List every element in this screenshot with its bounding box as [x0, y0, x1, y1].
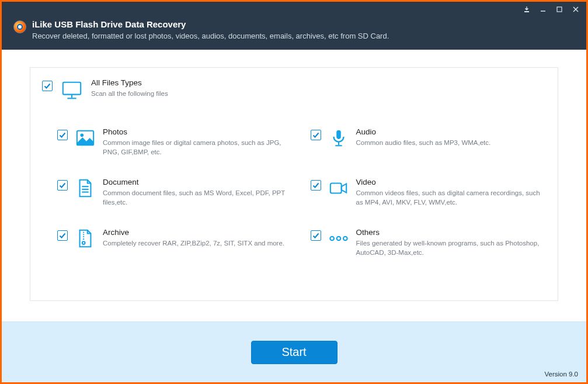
titlebar [2, 2, 586, 17]
others-desc: Files generated by well-known programs, … [356, 238, 547, 257]
item-others: Others Files generated by well-known pro… [311, 228, 547, 257]
checkbox-audio[interactable] [311, 130, 321, 140]
checkbox-archive[interactable] [57, 230, 68, 241]
item-photos: Photos Common image files or digital cam… [57, 127, 293, 157]
video-icon [328, 178, 349, 199]
checkbox-all-files[interactable] [42, 81, 53, 91]
window-controls [519, 4, 584, 15]
maximize-button[interactable] [551, 4, 568, 15]
photos-desc: Common image files or digital camera pho… [103, 138, 293, 157]
item-video: Video Common videos files, such as digit… [311, 178, 547, 207]
item-document: Document Common document files, such as … [57, 178, 293, 207]
svg-point-19 [330, 237, 334, 241]
archive-title: Archive [103, 228, 293, 237]
file-types-grid: Photos Common image files or digital cam… [42, 127, 546, 258]
app-subtitle: Recover deleted, formatted or lost photo… [32, 32, 389, 40]
others-title: Others [356, 228, 547, 237]
video-desc: Common videos files, such as digital cam… [356, 188, 547, 207]
close-button[interactable] [568, 4, 584, 15]
archive-desc: Completely recover RAR, ZIP,BZip2, 7z, S… [103, 238, 293, 248]
version-label: Version 9.0 [544, 371, 578, 378]
app-window: iLike USB Flash Drive Data Recovery Reco… [0, 0, 588, 384]
document-desc: Common document files, such as MS Word, … [103, 188, 293, 207]
svg-point-9 [81, 133, 84, 137]
svg-point-18 [82, 242, 85, 245]
checkbox-others[interactable] [311, 230, 321, 241]
audio-icon [328, 127, 349, 148]
svg-point-20 [336, 237, 340, 241]
footer: Start Version 9.0 [2, 321, 586, 382]
checkbox-document[interactable] [57, 180, 68, 191]
svg-rect-2 [557, 7, 562, 12]
item-audio: Audio Common audio files, such as MP3, W… [311, 127, 547, 157]
file-types-panel: All Files Types Scan all the following f… [30, 67, 558, 301]
header: iLike USB Flash Drive Data Recovery Reco… [2, 17, 586, 50]
photos-icon [75, 127, 96, 148]
minimize-button[interactable] [535, 4, 551, 15]
checkbox-photos[interactable] [57, 130, 68, 140]
svg-rect-0 [524, 11, 529, 12]
document-title: Document [103, 178, 293, 186]
photos-title: Photos [103, 127, 293, 136]
item-archive: Archive Completely recover RAR, ZIP,BZip… [57, 228, 293, 257]
all-files-title: All Files Types [91, 78, 546, 87]
archive-icon [75, 228, 96, 249]
content-area: All Files Types Scan all the following f… [2, 50, 586, 321]
svg-point-21 [343, 237, 347, 241]
app-logo-icon [13, 20, 26, 33]
monitor-icon [60, 78, 84, 103]
svg-rect-10 [336, 130, 341, 139]
document-icon [75, 178, 96, 199]
video-title: Video [356, 178, 547, 186]
app-title: iLike USB Flash Drive Data Recovery [32, 19, 389, 29]
checkbox-video[interactable] [311, 180, 321, 191]
svg-rect-16 [330, 184, 341, 193]
all-files-row: All Files Types Scan all the following f… [42, 76, 546, 106]
all-files-desc: Scan all the following files [91, 89, 546, 98]
start-button[interactable]: Start [251, 341, 338, 364]
audio-desc: Common audio files, such as MP3, WMA,etc… [356, 138, 547, 147]
others-icon [328, 228, 349, 249]
download-button[interactable] [519, 4, 535, 15]
svg-rect-5 [63, 82, 81, 95]
audio-title: Audio [356, 127, 547, 136]
